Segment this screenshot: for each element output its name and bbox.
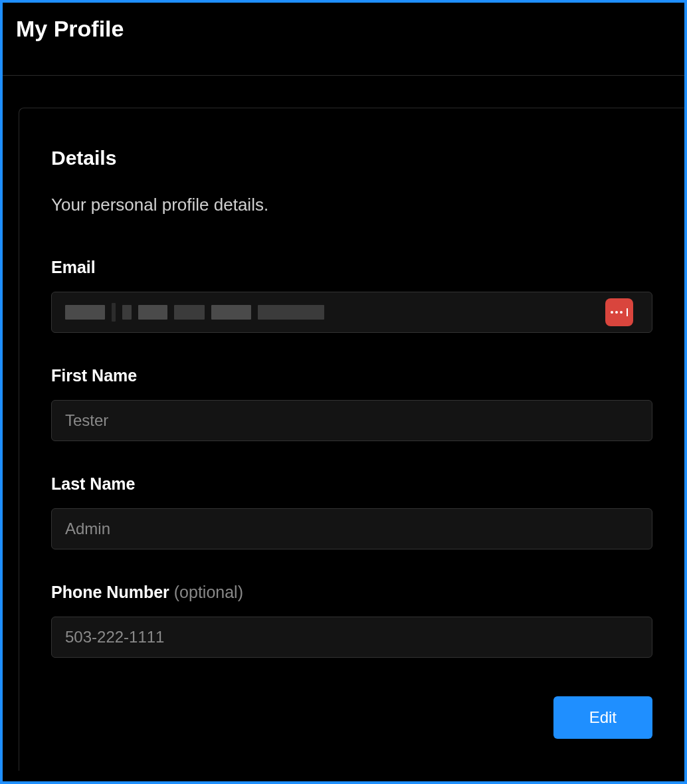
field-group-last-name: Last Name	[51, 474, 652, 549]
field-group-first-name: First Name	[51, 366, 652, 441]
email-label: Email	[51, 258, 652, 277]
edit-button[interactable]: Edit	[553, 696, 652, 739]
phone-label-optional: (optional)	[174, 583, 243, 601]
first-name-label: First Name	[51, 366, 652, 385]
section-title: Details	[51, 147, 652, 169]
email-input-wrap	[51, 292, 652, 333]
field-group-email: Email	[51, 258, 652, 333]
password-manager-icon[interactable]	[605, 298, 633, 326]
first-name-field[interactable]	[51, 400, 652, 441]
field-group-phone: Phone Number (optional)	[51, 583, 652, 658]
phone-field[interactable]	[51, 617, 652, 658]
page-header: My Profile	[3, 3, 684, 76]
last-name-field[interactable]	[51, 508, 652, 549]
page-title: My Profile	[16, 16, 671, 42]
email-field[interactable]	[51, 292, 652, 333]
email-redacted-content	[65, 303, 324, 322]
phone-label: Phone Number (optional)	[51, 583, 652, 602]
details-card: Details Your personal profile details. E…	[19, 108, 684, 771]
section-subtitle: Your personal profile details.	[51, 195, 652, 215]
last-name-label: Last Name	[51, 474, 652, 494]
content-area: Details Your personal profile details. E…	[3, 76, 684, 771]
actions-row: Edit	[51, 691, 652, 739]
phone-label-main: Phone Number	[51, 583, 169, 601]
